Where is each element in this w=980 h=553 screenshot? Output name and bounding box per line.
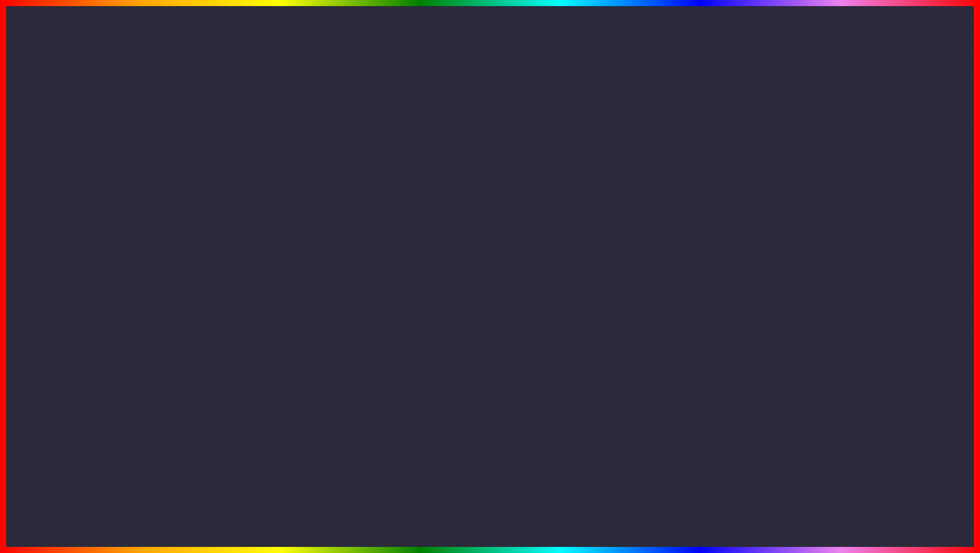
update-number: 20 — [327, 486, 382, 537]
feature-teleport-sea-beast: Teleport to Sea Beast — [115, 220, 296, 239]
owl-svg — [41, 350, 132, 441]
nokey-label: NO KEY !! — [455, 290, 629, 332]
left-panel-header: <<EVENT SEA>> — [115, 156, 296, 170]
autosail-toggle[interactable] — [269, 268, 291, 280]
owl-mascot — [41, 350, 132, 441]
left-nav-general[interactable]: 👤 General — [49, 156, 111, 176]
svg-point-9 — [96, 386, 99, 389]
right-panel: 👤 General ⚙️ Setting 📈 Stats 📍 Teleport … — [678, 150, 937, 313]
auto-eventsea-toggle[interactable] — [269, 179, 291, 190]
svg-point-7 — [90, 385, 101, 395]
auto-eventsea-label: Auto EventSea — [120, 181, 165, 189]
bf-blox-text: BLOX — [853, 477, 926, 507]
left-nav-setting[interactable]: ⚙️ Setting — [49, 178, 111, 197]
safemode-label: SafeMode — [755, 184, 785, 192]
right-nav-setting-label: Setting — [704, 184, 727, 192]
panel-divider — [115, 311, 296, 312]
bf-logo-text-area: BLOX FRUITS — [841, 477, 937, 538]
bottom-title-area: UPDATE 20 SCRIPT PASTEBIN — [0, 486, 980, 538]
auto-leviathan-toggle[interactable] — [269, 201, 291, 213]
feature-safemode: SafeMode — [750, 178, 931, 197]
auto-farm-nearest-label: Auto Farm Nearest — [755, 206, 811, 214]
bf-logo-bottom-right: 💀 BLOX FRUITS — [841, 441, 937, 538]
left-nav-stats-label: Stats — [70, 205, 86, 214]
main-title: BLOX FRUITS — [0, 15, 980, 107]
right-nav-setting[interactable]: ⚙️ Setting — [684, 178, 746, 197]
increase-boat-speed-toggle[interactable] — [269, 246, 291, 257]
right-item-icon: 🎒 — [691, 249, 701, 258]
svg-point-8 — [78, 386, 81, 389]
free-label: FREE — [455, 249, 629, 290]
safemode-toggle[interactable] — [903, 182, 926, 193]
feature-fast-tp: FAST TP — [750, 223, 931, 242]
auto-farm-nearest-toggle[interactable] — [903, 204, 926, 216]
feature-auto-farm-nearest: Auto Farm Nearest — [750, 200, 931, 220]
teleport-sea-beast-label: Teleport to Sea Beast — [120, 226, 183, 233]
fast-tp-toggle[interactable] — [903, 227, 926, 238]
left-panel-content: <<EVENT SEA>> Auto EventSea Auto Leviath… — [115, 156, 296, 314]
feature-auto-farm-level: Auto Farm Level — [750, 156, 931, 175]
auto-leviathan-label: Auto Leviathan — [120, 203, 165, 211]
left-nav-stats[interactable]: 📈 Stats — [49, 199, 111, 219]
right-nav-stats-label: Stats — [704, 205, 721, 214]
bottom-title-text: UPDATE 20 SCRIPT PASTEBIN — [86, 486, 894, 537]
right-nav-general-label: General — [704, 162, 730, 170]
fast-tp-label: FAST TP — [755, 229, 781, 236]
right-sidebar: 👤 General ⚙️ Setting 📈 Stats 📍 Teleport … — [684, 156, 750, 306]
right-general-icon: 👤 — [690, 161, 700, 170]
right-setting-icon: ⚙️ — [690, 183, 700, 192]
left-nav-port-label: ..port — [70, 228, 86, 236]
right-stats-icon: 📈 — [690, 204, 700, 214]
setting-icon: ⚙️ — [55, 183, 66, 192]
skull-icon: 💀 — [841, 441, 937, 477]
left-nav-port[interactable]: 📍 ..port — [49, 221, 111, 242]
general-icon: 👤 — [55, 161, 66, 170]
right-nav-teleport-label: Teleport — [704, 227, 730, 235]
free-nokey-area: FREE NO KEY !! — [455, 249, 629, 332]
stop-teleport-button[interactable]: Stop Teleport — [750, 247, 931, 266]
right-panel-content: Auto Farm Level SafeMode Auto Farm Neare… — [750, 156, 931, 306]
port-icon: 📍 — [56, 227, 66, 236]
svg-point-6 — [72, 385, 82, 395]
right-nav-general[interactable]: 👤 General — [684, 156, 746, 176]
left-panel: 👤 General ⚙️ Setting 📈 Stats 📍 ..port <<… — [43, 150, 302, 320]
noclip-rock-label: Noclip Rock — [120, 293, 155, 300]
stats-icon: 📈 — [55, 204, 66, 214]
left-nav-setting-label: Setting — [70, 184, 92, 192]
discord-join-text: Join My Discord For More News! — [750, 269, 931, 283]
feature-increase-boat-speed: Increase Boat Speed — [115, 242, 296, 261]
script-word: SCRIPT — [426, 486, 606, 537]
right-nav-item[interactable]: 🎒 Item — [684, 243, 746, 264]
autosail-label: AutoSail — [120, 270, 145, 278]
update-word: UPDATE — [86, 486, 283, 537]
bf-fruits-text: FRUITS — [841, 508, 937, 537]
left-sidebar: 👤 General ⚙️ Setting 📈 Stats 📍 ..port — [49, 156, 115, 314]
feature-autosail: AutoSail — [115, 264, 296, 284]
right-nav-item-label: Item — [705, 250, 718, 258]
noclip-rock-toggle[interactable] — [269, 291, 291, 302]
right-teleport-icon: 📍 — [690, 226, 700, 236]
increase-boat-speed-label: Increase Boat Speed — [120, 248, 182, 256]
teleport-sea-beast-toggle[interactable] — [269, 224, 291, 235]
right-nav-teleport[interactable]: 📍 Teleport — [684, 221, 746, 241]
feature-noclip-rock: Noclip Rock — [115, 287, 296, 306]
main-title-area: BLOX FRUITS — [0, 15, 980, 107]
feature-auto-eventsea: Auto EventSea — [115, 175, 296, 194]
auto-farm-level-toggle[interactable] — [903, 160, 926, 171]
feature-auto-leviathan: Auto Leviathan — [115, 197, 296, 217]
left-nav-general-label: General — [70, 162, 95, 170]
right-nav-stats[interactable]: 📈 Stats — [684, 199, 746, 219]
auto-farm-level-label: Auto Farm Level — [755, 162, 803, 169]
copy-discord-button[interactable]: Copy Discord Link — [750, 288, 931, 306]
